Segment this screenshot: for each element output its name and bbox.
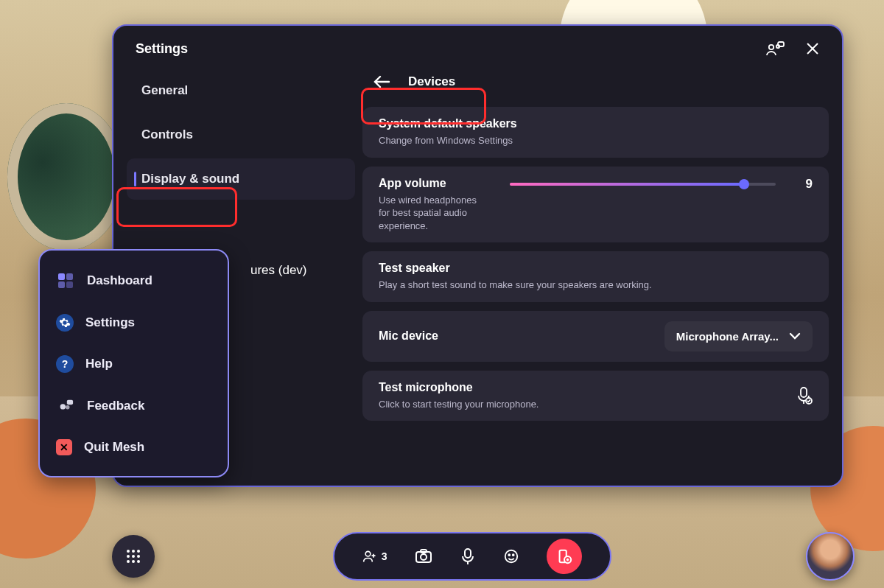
card-title: Test speaker — [379, 262, 652, 275]
leave-icon — [556, 548, 572, 564]
microphone-icon — [795, 386, 813, 405]
feedback-icon — [56, 396, 75, 416]
svg-rect-25 — [465, 549, 471, 558]
svg-point-28 — [512, 554, 513, 556]
svg-rect-6 — [66, 273, 73, 280]
camera-icon — [415, 549, 432, 564]
sidebar-item-display-sound[interactable]: Display & sound — [127, 158, 355, 200]
dock-reactions[interactable] — [503, 548, 519, 564]
dock: 3 — [333, 532, 611, 581]
svg-rect-11 — [67, 400, 73, 405]
svg-point-17 — [137, 555, 140, 558]
dock-mic[interactable] — [460, 547, 475, 565]
settings-header: Settings — [113, 26, 842, 66]
settings-title: Settings — [136, 41, 188, 57]
card-subtitle: Use wired headphones for best spatial au… — [379, 194, 489, 233]
svg-point-14 — [137, 550, 140, 553]
svg-point-27 — [508, 554, 510, 556]
svg-rect-3 — [801, 388, 807, 397]
card-subtitle: Play a short test sound to make sure you… — [379, 279, 652, 292]
volume-slider[interactable] — [510, 183, 776, 186]
svg-point-26 — [505, 550, 517, 563]
settings-content: Devices System default speakers Change f… — [362, 66, 829, 472]
participant-count: 3 — [382, 550, 387, 562]
card-test-microphone[interactable]: Test microphone Click to start testing y… — [362, 371, 829, 421]
card-title: System default speakers — [379, 117, 517, 130]
user-avatar[interactable] — [806, 532, 855, 581]
devices-header-label: Devices — [408, 74, 455, 89]
svg-point-9 — [60, 404, 66, 409]
menu-item-help[interactable]: ? Help — [47, 345, 220, 383]
chevron-down-icon — [789, 332, 801, 340]
svg-point-12 — [127, 550, 130, 553]
dock-camera[interactable] — [415, 549, 432, 564]
dock-participants[interactable]: 3 — [362, 549, 387, 564]
menu-item-label: Feedback — [87, 399, 144, 413]
card-title: App volume — [379, 177, 497, 190]
help-icon: ? — [56, 355, 74, 373]
sidebar-item-general[interactable]: General — [127, 70, 355, 111]
svg-rect-2 — [778, 42, 784, 46]
card-app-volume: App volume Use wired headphones for best… — [362, 167, 829, 243]
mic-device-dropdown[interactable]: Microphone Array... — [664, 321, 813, 351]
menu-item-label: Help — [85, 357, 113, 371]
svg-point-21 — [365, 551, 371, 556]
close-icon[interactable] — [805, 41, 820, 56]
card-mic-device: Mic device Microphone Array... — [362, 311, 829, 362]
menu-item-dashboard[interactable]: Dashboard — [47, 261, 220, 301]
svg-rect-7 — [58, 281, 65, 288]
back-arrow-icon — [373, 75, 390, 88]
svg-point-16 — [132, 555, 135, 558]
menu-item-label: Settings — [85, 315, 135, 330]
svg-point-18 — [127, 560, 130, 563]
volume-slider-thumb[interactable] — [739, 179, 749, 189]
apps-button[interactable] — [112, 535, 155, 578]
person-icon — [362, 549, 377, 564]
menu-item-feedback[interactable]: Feedback — [47, 386, 220, 426]
svg-point-15 — [127, 555, 130, 558]
card-test-speaker[interactable]: Test speaker Play a short test sound to … — [362, 251, 829, 302]
card-title: Test microphone — [379, 381, 539, 394]
dashboard-icon — [56, 271, 75, 290]
svg-point-23 — [421, 554, 427, 560]
dropdown-selected: Microphone Array... — [676, 330, 779, 343]
card-subtitle: Change from Windows Settings — [379, 134, 517, 147]
microphone-icon — [460, 547, 475, 565]
gear-icon — [56, 314, 74, 332]
menu-item-label: Quit Mesh — [84, 440, 144, 455]
card-title: Mic device — [379, 329, 438, 343]
svg-rect-5 — [58, 273, 65, 280]
volume-value: 9 — [793, 177, 813, 192]
close-icon: ✕ — [56, 439, 72, 455]
menu-item-settings[interactable]: Settings — [47, 304, 220, 342]
menu-item-label: Dashboard — [87, 273, 152, 288]
menu-item-quit[interactable]: ✕ Quit Mesh — [47, 429, 220, 466]
svg-point-10 — [66, 405, 70, 410]
sidebar-item-label: General — [141, 83, 188, 97]
svg-point-19 — [132, 560, 135, 563]
svg-rect-8 — [66, 281, 73, 288]
sidebar-item-label: Controls — [141, 127, 193, 141]
card-system-speakers[interactable]: System default speakers Change from Wind… — [362, 107, 829, 158]
svg-point-0 — [769, 45, 774, 49]
smile-icon — [503, 548, 519, 564]
dock-leave[interactable] — [547, 539, 582, 574]
sidebar-item-label: Display & sound — [141, 172, 239, 186]
participants-icon[interactable] — [765, 41, 785, 57]
sidebar-item-controls[interactable]: Controls — [127, 114, 355, 155]
card-subtitle: Click to start testing your microphone. — [379, 398, 539, 411]
svg-point-13 — [132, 550, 135, 553]
apps-grid-icon — [125, 548, 141, 564]
svg-point-20 — [137, 560, 140, 563]
main-menu: Dashboard Settings ? Help Feedback ✕ Qui… — [38, 249, 229, 477]
devices-back-header[interactable]: Devices — [362, 66, 829, 98]
